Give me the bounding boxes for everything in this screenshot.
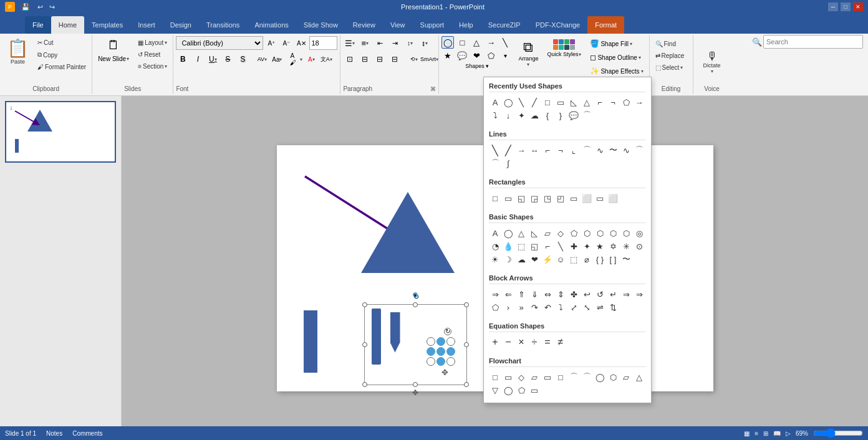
handle-top-right[interactable] xyxy=(464,302,469,307)
shape-star-r[interactable]: ✦ xyxy=(515,109,528,122)
cluster-move-icon[interactable]: ✥ xyxy=(441,368,448,377)
new-slide-top-button[interactable]: 🗒 xyxy=(95,36,132,54)
line-freeform[interactable]: 〜 xyxy=(607,144,619,156)
shape-textbox[interactable]: A xyxy=(489,96,501,108)
rect-round2[interactable]: ▭ xyxy=(567,192,580,204)
barrow-uturn[interactable]: ↺ xyxy=(594,288,606,300)
barrow-quad[interactable]: ✤ xyxy=(567,288,580,300)
basic-heptagon[interactable]: ⬡ xyxy=(594,227,606,239)
basic-frame[interactable]: ⬚ xyxy=(515,240,528,252)
format-painter-button[interactable]: 🖌 Format Painter xyxy=(34,62,89,72)
shape-pentagon[interactable]: ⬠ xyxy=(485,49,497,62)
copy-button[interactable]: ⧉ Copy xyxy=(34,49,89,60)
rect-round3[interactable]: ⬜ xyxy=(581,192,593,204)
handle-bottom-mid[interactable] xyxy=(413,382,418,387)
line-diagonal[interactable]: ╱ xyxy=(502,144,514,156)
minimize-button[interactable]: ─ xyxy=(828,2,838,11)
cut-button[interactable]: ✂ Cut xyxy=(34,37,89,48)
basic-target[interactable]: ⊙ xyxy=(633,240,645,252)
shape-larr-r[interactable]: ⌐ xyxy=(594,96,606,108)
cluster-handle-mr[interactable] xyxy=(446,347,455,356)
increase-font-size-button[interactable]: A⁺ xyxy=(264,36,278,50)
quick-access-undo[interactable]: ↩ xyxy=(35,3,46,11)
basic-heart[interactable]: ❤ xyxy=(528,253,541,265)
basic-star8[interactable]: ✳ xyxy=(620,240,632,252)
select-button[interactable]: ⬚ Select ▾ xyxy=(652,62,687,73)
shape-rarr-r[interactable]: ¬ xyxy=(607,96,619,108)
flow-merge[interactable]: ▽ xyxy=(489,384,501,396)
view-slideshow[interactable]: ▷ xyxy=(786,430,791,437)
shapes-more-button[interactable]: Shapes ▾ xyxy=(441,62,513,70)
rect-round[interactable]: ▭ xyxy=(502,192,514,204)
basic-smiley[interactable]: ☺ xyxy=(554,253,567,265)
barrow-ud[interactable]: ⇕ xyxy=(554,288,567,300)
align-right-button[interactable]: ⊟ xyxy=(373,52,387,66)
shape-heart[interactable]: ❤ xyxy=(470,49,483,62)
decrease-font-size-button[interactable]: A⁻ xyxy=(279,36,293,50)
line-bent2[interactable]: ¬ xyxy=(554,144,567,156)
rect-snip3[interactable]: ◳ xyxy=(541,192,554,204)
bold-button[interactable]: B xyxy=(176,52,190,66)
line-arrow[interactable]: → xyxy=(515,144,528,156)
basic-cloud[interactable]: ☁ xyxy=(515,253,528,265)
shape-rtriangle-r[interactable]: ◺ xyxy=(567,96,580,108)
tab-transitions[interactable]: Transitions xyxy=(199,16,247,34)
basic-rtriangle[interactable]: ◺ xyxy=(528,227,541,239)
flow-offpage[interactable]: ⬠ xyxy=(515,384,528,396)
flow-prep[interactable]: ⬡ xyxy=(607,371,619,383)
flow-loop[interactable]: △ xyxy=(633,371,645,383)
flow-decision[interactable]: ◇ xyxy=(515,371,528,383)
cluster-handle-center[interactable] xyxy=(436,347,445,356)
shape-more[interactable]: ▾ xyxy=(499,49,511,62)
basic-corner[interactable]: ⌐ xyxy=(541,240,554,252)
line-curved[interactable]: ⌒ xyxy=(581,144,593,156)
barrow-pentagon2[interactable]: ⬠ xyxy=(489,301,501,313)
shape-rect[interactable]: □ xyxy=(456,36,468,49)
rect-round4[interactable]: ▭ xyxy=(594,192,606,204)
basic-wave[interactable]: 〜 xyxy=(620,253,632,265)
basic-cube[interactable]: ⬚ xyxy=(567,253,580,265)
barrow-dchevron[interactable]: » xyxy=(515,301,528,313)
justify-button[interactable]: ⊟ xyxy=(388,52,402,66)
basic-pentagon[interactable]: ⬠ xyxy=(567,227,580,239)
flow-alt-process[interactable]: ▭ xyxy=(502,371,514,383)
cluster-handle-bl[interactable] xyxy=(427,357,435,366)
tab-home[interactable]: Home xyxy=(51,16,84,34)
shape-oval-r[interactable]: ◯ xyxy=(502,96,514,108)
slide-panel[interactable]: 1 xyxy=(0,96,122,440)
shape-line[interactable]: ╲ xyxy=(499,36,511,49)
barrow-chevron[interactable]: › xyxy=(502,301,514,313)
view-normal[interactable]: ▦ xyxy=(744,430,750,437)
barrow-up[interactable]: ⇑ xyxy=(515,288,528,300)
slide-thumbnail-1[interactable]: 1 xyxy=(5,101,116,163)
bullets-button[interactable]: ☰▾ xyxy=(343,36,357,50)
layout-button[interactable]: ▦ Layout ▾ xyxy=(135,37,170,48)
basic-parallelogram[interactable]: ▱ xyxy=(541,227,554,239)
flow-process[interactable]: □ xyxy=(489,371,501,383)
basic-text[interactable]: A xyxy=(489,227,501,239)
cluster-handle-tl[interactable] xyxy=(427,337,435,346)
barrow-lr[interactable]: ⇔ xyxy=(541,288,554,300)
basic-plus[interactable]: ✚ xyxy=(567,240,580,252)
cluster-handle-tm[interactable] xyxy=(436,337,445,346)
line-bent[interactable]: ⌐ xyxy=(541,144,554,156)
quick-styles-button[interactable]: Quick Styles ▾ xyxy=(544,37,584,59)
eq-notequal[interactable]: ≠ xyxy=(554,336,567,348)
tab-pdfxchange[interactable]: PDF-XChange xyxy=(528,16,588,34)
tab-support[interactable]: Support xyxy=(413,16,452,34)
handle-mid-left[interactable] xyxy=(362,342,367,347)
flow-manual[interactable]: ▱ xyxy=(620,371,632,383)
view-slide-sorter[interactable]: ⊞ xyxy=(763,430,768,437)
barrow-curved3[interactable]: ↶ xyxy=(541,301,554,313)
shape-bend-r[interactable]: ⌒ xyxy=(581,109,593,122)
basic-star6[interactable]: ✡ xyxy=(607,240,619,252)
flow-multidoc[interactable]: ⌒ xyxy=(581,371,593,383)
flow-terminate[interactable]: ◯ xyxy=(594,371,606,383)
shape-rect-r[interactable]: □ xyxy=(541,96,554,108)
cluster-handle-ml[interactable] xyxy=(427,347,435,356)
shape-rrect-r[interactable]: ▭ xyxy=(554,96,567,108)
increase-indent-button[interactable]: ⇥ xyxy=(388,36,402,50)
basic-decagon[interactable]: ⬡ xyxy=(620,227,632,239)
line-elbow[interactable]: ⌞ xyxy=(567,144,580,156)
numbering-button[interactable]: ≡▾ xyxy=(358,36,372,50)
